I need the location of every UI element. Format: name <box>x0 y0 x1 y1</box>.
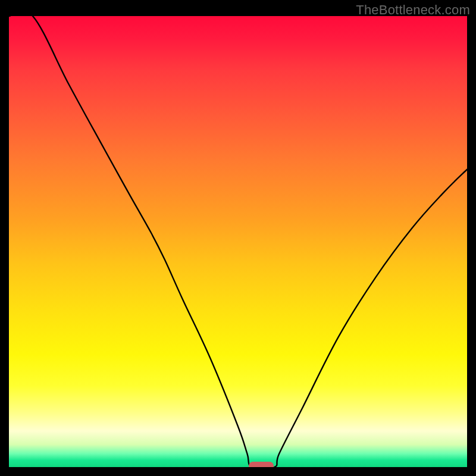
curve-path <box>9 16 467 467</box>
chart-frame: TheBottleneck.com <box>0 0 476 476</box>
plot-area <box>9 16 467 467</box>
watermark-text: TheBottleneck.com <box>356 2 470 18</box>
balance-marker <box>249 462 274 467</box>
bottleneck-curve <box>9 16 467 467</box>
